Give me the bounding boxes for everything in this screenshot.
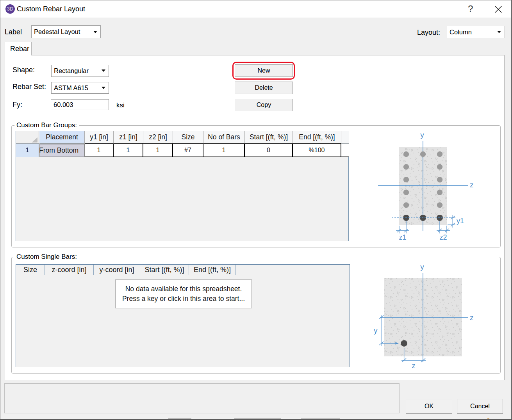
svg-text:y: y (374, 326, 378, 335)
svg-text:z: z (470, 313, 474, 322)
svg-text:z: z (470, 181, 474, 189)
svg-text:y: y (420, 263, 424, 271)
svg-text:z2: z2 (439, 233, 447, 241)
svg-text:z: z (412, 361, 416, 370)
svg-text:z1: z1 (399, 233, 406, 241)
svg-text:y1: y1 (457, 217, 464, 225)
svg-text:y: y (420, 131, 424, 139)
